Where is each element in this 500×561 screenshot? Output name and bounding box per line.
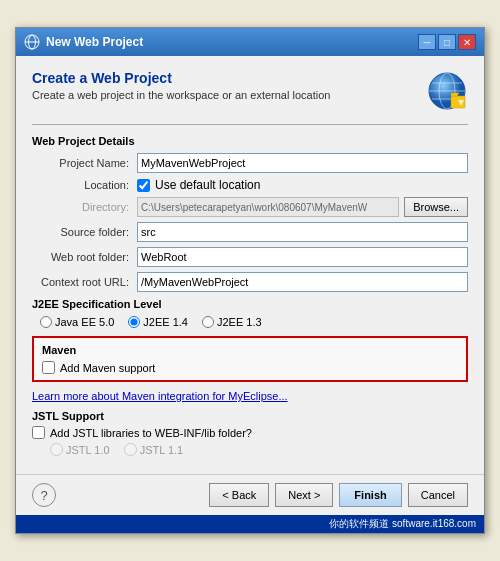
directory-row: Directory: Browse... xyxy=(32,197,468,217)
bottom-bar: 你的软件频道 software.it168.com xyxy=(16,515,484,533)
maven-section: Maven Add Maven support xyxy=(32,336,468,382)
jstl-radio-0 xyxy=(50,443,63,456)
context-url-row: Context root URL: xyxy=(32,272,468,292)
add-jstl-label: Add JSTL libraries to WEB-INF/lib folder… xyxy=(50,427,252,439)
j2ee-radio-1[interactable] xyxy=(128,316,140,328)
project-name-label: Project Name: xyxy=(32,157,137,169)
jstl-option-0: JSTL 1.0 xyxy=(50,443,110,456)
title-bar-left: New Web Project xyxy=(24,34,143,50)
jstl-option-1: JSTL 1.1 xyxy=(124,443,184,456)
page-title: Create a Web Project xyxy=(32,70,330,86)
use-default-label: Use default location xyxy=(155,178,260,192)
next-button[interactable]: Next > xyxy=(275,483,333,507)
context-url-input[interactable] xyxy=(137,272,468,292)
jstl-section: JSTL Support Add JSTL libraries to WEB-I… xyxy=(32,410,468,456)
j2ee-label-0: Java EE 5.0 xyxy=(55,316,114,328)
jstl-radio-row: JSTL 1.0 JSTL 1.1 xyxy=(32,443,468,456)
add-maven-label: Add Maven support xyxy=(60,362,155,374)
title-controls: ─ □ ✕ xyxy=(418,34,476,50)
back-button[interactable]: < Back xyxy=(209,483,269,507)
page-subtitle: Create a web project in the workspace or… xyxy=(32,89,330,101)
add-maven-checkbox[interactable] xyxy=(42,361,55,374)
web-root-label: Web root folder: xyxy=(32,251,137,263)
header-divider xyxy=(32,124,468,125)
project-name-input[interactable] xyxy=(137,153,468,173)
location-label: Location: xyxy=(32,179,137,191)
finish-button[interactable]: Finish xyxy=(339,483,401,507)
source-folder-input[interactable] xyxy=(137,222,468,242)
header-area: Create a Web Project Create a web projec… xyxy=(32,70,468,112)
window-icon xyxy=(24,34,40,50)
browse-button[interactable]: Browse... xyxy=(404,197,468,217)
footer: ? < Back Next > Finish Cancel xyxy=(16,474,484,515)
location-row: Location: Use default location xyxy=(32,178,468,192)
new-web-project-window: New Web Project ─ □ ✕ Create a Web Proje… xyxy=(15,27,485,534)
j2ee-option-0[interactable]: Java EE 5.0 xyxy=(40,316,114,328)
j2ee-option-1[interactable]: J2EE 1.4 xyxy=(128,316,188,328)
section-details-title: Web Project Details xyxy=(32,135,468,147)
jstl-label-1: JSTL 1.1 xyxy=(140,444,184,456)
project-name-row: Project Name: xyxy=(32,153,468,173)
minimize-button[interactable]: ─ xyxy=(418,34,436,50)
add-jstl-checkbox[interactable] xyxy=(32,426,45,439)
maven-check-row: Add Maven support xyxy=(42,361,458,374)
directory-label: Directory: xyxy=(32,201,137,213)
title-bar: New Web Project ─ □ ✕ xyxy=(16,28,484,56)
jstl-label-0: JSTL 1.0 xyxy=(66,444,110,456)
web-root-input[interactable] xyxy=(137,247,468,267)
j2ee-label-1: J2EE 1.4 xyxy=(143,316,188,328)
jstl-title: JSTL Support xyxy=(32,410,468,422)
j2ee-option-2[interactable]: J2EE 1.3 xyxy=(202,316,262,328)
maven-title: Maven xyxy=(42,344,458,356)
j2ee-radio-group: Java EE 5.0 J2EE 1.4 J2EE 1.3 xyxy=(32,316,468,328)
header-text: Create a Web Project Create a web projec… xyxy=(32,70,330,101)
footer-right: < Back Next > Finish Cancel xyxy=(209,483,468,507)
maven-learn-more-link[interactable]: Learn more about Maven integration for M… xyxy=(32,390,468,402)
main-content: Create a Web Project Create a web projec… xyxy=(16,56,484,474)
context-url-label: Context root URL: xyxy=(32,276,137,288)
j2ee-radio-0[interactable] xyxy=(40,316,52,328)
source-folder-label: Source folder: xyxy=(32,226,137,238)
source-folder-row: Source folder: xyxy=(32,222,468,242)
web-root-row: Web root folder: xyxy=(32,247,468,267)
jstl-check-row: Add JSTL libraries to WEB-INF/lib folder… xyxy=(32,426,468,439)
use-default-checkbox[interactable] xyxy=(137,179,150,192)
header-globe-icon xyxy=(426,70,468,112)
jstl-radio-1 xyxy=(124,443,137,456)
use-default-checkbox-row: Use default location xyxy=(137,178,260,192)
j2ee-label-2: J2EE 1.3 xyxy=(217,316,262,328)
j2ee-section-title: J2EE Specification Level xyxy=(32,298,468,310)
maximize-button[interactable]: □ xyxy=(438,34,456,50)
window-title: New Web Project xyxy=(46,35,143,49)
bottom-bar-text: 你的软件频道 software.it168.com xyxy=(329,517,476,531)
cancel-button[interactable]: Cancel xyxy=(408,483,468,507)
directory-input xyxy=(137,197,399,217)
close-button[interactable]: ✕ xyxy=(458,34,476,50)
j2ee-radio-2[interactable] xyxy=(202,316,214,328)
help-button[interactable]: ? xyxy=(32,483,56,507)
